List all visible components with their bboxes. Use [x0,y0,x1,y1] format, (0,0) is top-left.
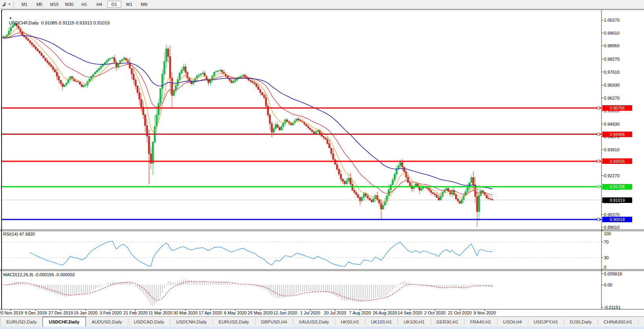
tab-usdcnh-daily[interactable]: USDCNH,Daily [170,317,213,327]
tab-usoil-h4[interactable]: USOil,H4 [497,317,528,327]
date-axis-label: 1 Jul 2020 [300,310,320,315]
candle-body [171,78,173,95]
candle-body [371,200,372,202]
cursor-tool-button[interactable]: ▾ [0,0,12,8]
candle-body [70,76,71,80]
level-price-box[interactable]: 0.95756 [602,105,632,111]
timeframe-button-m30[interactable]: M30 [62,1,76,8]
candle-body [396,169,397,175]
candle-body [169,57,171,78]
level-price-box[interactable]: 0.93016 [602,158,632,164]
tab-usoil-h1[interactable]: USOil,H1 [638,317,644,327]
date-axis-label: 20 Nov 2019 [0,310,23,315]
timeframe-button-w1[interactable]: W1 [122,1,136,8]
level-handle[interactable] [597,107,600,109]
price-chart-canvas[interactable] [0,9,644,316]
candle-body [329,143,330,148]
candle-body [135,80,136,86]
ma-fast-line [3,29,492,202]
candle-body [112,58,113,58]
candle-body [400,162,401,165]
candle-body [476,197,478,212]
candle-body [470,177,472,182]
candle-body [434,194,436,195]
candle-body [44,58,46,60]
chevron-down-icon[interactable]: ▾ [9,2,10,6]
price-axis-label: 0.90270 [604,212,620,217]
candle-body [290,123,292,125]
candle-body [56,72,57,76]
collapse-caret-icon[interactable]: ▼ [9,17,12,20]
candle-body [353,190,355,192]
timeframe-button-h4[interactable]: H4 [92,1,106,8]
candle-body [428,188,430,190]
timeframe-button-m1[interactable]: M1 [17,1,31,8]
candle-body [261,93,263,95]
candle-body [367,196,368,198]
candle-body [83,86,85,87]
level-price-box[interactable]: 0.91706 [602,184,632,190]
level-handle[interactable] [597,133,600,136]
rsi-line [30,241,492,266]
candle-body [355,192,357,194]
candle-body [60,80,61,84]
candle-body [133,74,134,80]
candle-body [357,195,359,198]
tab-usdcad-daily[interactable]: USDCAD,Daily [128,317,170,327]
level-handle[interactable] [597,160,600,162]
candle-body [110,58,111,59]
tab-usdchf-daily[interactable]: USDCHF,Daily [43,317,85,327]
tab-gbpusd-h4[interactable]: GBPUSD,H4 [255,317,293,327]
current-price-box: 0.91019 [602,197,632,203]
level-handle[interactable] [597,218,600,221]
tab-eurusd-daily[interactable]: EURUSD,Daily [213,317,255,327]
candle-body [334,160,336,164]
tab-xauusd-daily[interactable]: XAUUSD,Daily [293,317,335,327]
candle-body [419,187,420,190]
candle-body [263,95,265,97]
tab-china300-h1[interactable]: CHINA300,H1 [598,317,638,327]
candle-body [365,193,366,196]
macd-axis-label: 0.00 [604,283,612,287]
candle-body [189,78,190,81]
candle-body [390,185,392,190]
level-price-box[interactable]: 0.94406 [602,132,632,137]
date-axis-label: 9 Dec 2019 [25,310,47,315]
candle-body [363,193,365,197]
candle-body [309,128,311,130]
candle-body [325,138,326,139]
candle-body [35,47,37,49]
timeframe-button-d1[interactable]: D1 [107,1,121,8]
date-axis-label: 11 Mar 2020 [148,310,172,315]
candle-body [148,136,150,154]
tab-uk100-h1[interactable]: UK100,H1 [365,317,398,327]
price-axis-label: 0.97610 [604,70,620,74]
tab-usdjpy-h1[interactable]: USDJPY,H1 [528,317,564,327]
tab-ger30-h1[interactable]: GER30,H1 [431,317,464,327]
candle-body [123,58,125,59]
rsi-axis-label: 0 [604,265,606,270]
chart-tabs: EURUSD,DailyUSDCHF,DailyAUDUSD,DailyUSDC… [0,317,644,327]
candle-body [173,91,175,95]
candle-body [75,81,77,82]
timeframe-button-m5[interactable]: M5 [32,1,46,8]
tab-eurusd-daily[interactable]: EURUSD,Daily [0,317,43,327]
candle-body [340,174,342,179]
candle-body [66,83,67,85]
date-axis-label: 12 Jun 2020 [273,310,297,315]
candle-body [336,164,338,169]
timeframe-button-h1[interactable]: H1 [77,1,91,8]
candle-body [108,59,109,61]
tab-uk100-h1[interactable]: UK100,H1 [398,317,430,327]
tab-dj30-daily[interactable]: DJ30,Daily [564,317,598,327]
timeframe-button-mn[interactable]: MN [137,1,151,8]
level-handle[interactable] [597,186,600,188]
tab-hk50-h1[interactable]: HK50,H1 [335,317,365,327]
level-price-box[interactable]: 0.90018 [602,217,632,222]
timeframe-button-m15[interactable]: M15 [47,1,61,8]
tab-fra40-h1[interactable]: FRA40,H1 [464,317,497,327]
candle-body [342,179,344,181]
tab-audusd-daily[interactable]: AUDUSD,Daily [86,317,128,327]
price-axis-label: 0.94930 [604,122,620,126]
candle-body [255,84,257,87]
